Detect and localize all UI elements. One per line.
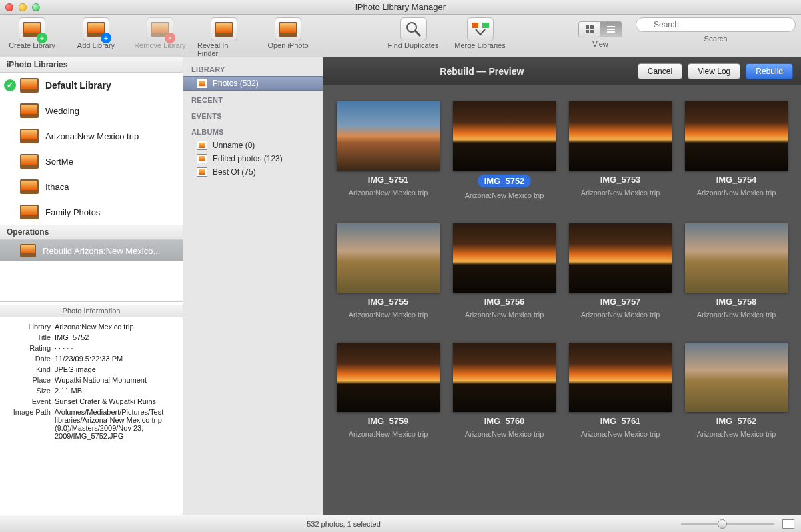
list-view-icon[interactable]	[600, 22, 622, 37]
sidebar-library-item[interactable]: Ithaca	[0, 174, 183, 199]
sidebar-library-item[interactable]: SortMe	[0, 149, 183, 174]
info-value: 11/23/09 5:22:33 PM	[55, 355, 176, 363]
svg-rect-4	[586, 25, 589, 29]
library-name: Arizona:New Mexico trip	[45, 131, 139, 141]
info-value: 2.11 MB	[55, 387, 176, 395]
photo-thumbnail[interactable]: IMG_5751Arizona:New Mexico trip	[337, 101, 440, 199]
info-value: Wupatki National Monument	[55, 376, 176, 384]
photo-image	[569, 223, 672, 293]
photo-thumbnail[interactable]: IMG_5755Arizona:New Mexico trip	[337, 223, 440, 319]
photo-subtitle: Arizona:New Mexico trip	[349, 311, 428, 319]
nav-album-item[interactable]: Best Of (75)	[183, 165, 323, 179]
info-row: LibraryArizona:New Mexico trip	[0, 321, 183, 332]
content-header: Rebuild — Preview Cancel View Log Rebuil…	[323, 57, 801, 85]
svg-rect-8	[607, 26, 615, 27]
info-row: Rating· · · · ·	[0, 343, 183, 353]
photo-thumbnail[interactable]: IMG_5753Arizona:New Mexico trip	[569, 101, 672, 199]
sidebar: iPhoto Libraries ✓Default LibraryWedding…	[0, 57, 183, 515]
create-library-button[interactable]: + Create Library	[5, 17, 59, 57]
photo-thumbnail[interactable]: IMG_5759Arizona:New Mexico trip	[337, 343, 440, 438]
svg-line-1	[415, 31, 420, 36]
photo-thumbnail[interactable]: IMG_5754Arizona:New Mexico trip	[685, 101, 788, 199]
photo-thumbnail[interactable]: IMG_5761Arizona:New Mexico trip	[569, 343, 672, 438]
photo-subtitle: Arizona:New Mexico trip	[697, 430, 776, 438]
info-row: KindJPEG image	[0, 364, 183, 375]
magnifier-icon	[400, 17, 427, 41]
toolbar: + Create Library + Add Library × Remove …	[0, 15, 801, 57]
view-log-button[interactable]: View Log	[688, 63, 740, 79]
merge-label: Merge Libraries	[454, 41, 505, 49]
grid-view-icon[interactable]	[579, 22, 600, 37]
library-name: Ithaca	[45, 182, 69, 192]
photos-icon	[197, 79, 207, 88]
info-value: JPEG image	[55, 365, 176, 373]
nav-album-item[interactable]: Edited photos (123)	[183, 152, 323, 165]
photo-subtitle: Arizona:New Mexico trip	[581, 311, 660, 319]
info-key: Image Path	[7, 408, 55, 440]
sidebar-library-item[interactable]: Wedding	[0, 98, 183, 123]
photo-image	[337, 343, 440, 412]
search-input[interactable]	[636, 17, 796, 32]
open-iphoto-button[interactable]: Open iPhoto	[261, 17, 315, 57]
photo-image	[453, 223, 556, 293]
nav-photos-item[interactable]: Photos (532)	[183, 76, 323, 91]
photo-subtitle: Arizona:New Mexico trip	[697, 189, 776, 197]
photo-image	[453, 101, 556, 171]
sidebar-library-item[interactable]: Arizona:New Mexico trip	[0, 123, 183, 149]
titlebar: iPhoto Library Manager	[0, 0, 801, 15]
rebuild-button[interactable]: Rebuild	[746, 63, 793, 79]
find-duplicates-label: Find Duplicates	[388, 41, 439, 49]
photo-image	[685, 101, 788, 171]
operation-icon	[20, 244, 36, 257]
photo-info-panel: Photo Information LibraryArizona:New Mex…	[0, 301, 183, 515]
photo-subtitle: Arizona:New Mexico trip	[349, 189, 428, 197]
operation-item[interactable]: Rebuild Arizona:New Mexico...	[0, 240, 183, 261]
photo-image	[685, 343, 788, 412]
photo-thumbnail[interactable]: IMG_5752Arizona:New Mexico trip	[453, 101, 556, 199]
photo-subtitle: Arizona:New Mexico trip	[465, 430, 544, 438]
cancel-button[interactable]: Cancel	[638, 63, 682, 79]
library-icon	[20, 205, 39, 219]
album-icon	[197, 154, 207, 163]
status-text: 532 photos, 1 selected	[7, 520, 681, 528]
photo-name: IMG_5760	[484, 416, 525, 426]
zoom-knob[interactable]	[718, 519, 727, 529]
nav-events-header: EVENTS	[183, 107, 323, 123]
photo-info-title: Photo Information	[0, 305, 183, 317]
info-row: EventSunset Crater & Wupatki Ruins	[0, 396, 183, 407]
reveal-in-finder-button[interactable]: Reveal In Finder	[197, 17, 251, 57]
album-icon	[197, 167, 207, 177]
svg-point-0	[407, 23, 416, 32]
info-key: Size	[7, 387, 55, 395]
photo-name: IMG_5761	[600, 416, 641, 426]
photo-name: IMG_5757	[600, 297, 641, 307]
photo-name: IMG_5762	[716, 416, 757, 426]
photo-thumbnail[interactable]: IMG_5756Arizona:New Mexico trip	[453, 223, 556, 319]
photo-thumbnail[interactable]: IMG_5762Arizona:New Mexico trip	[685, 343, 788, 438]
photo-thumbnail[interactable]: IMG_5760Arizona:New Mexico trip	[453, 343, 556, 438]
sidebar-library-item[interactable]: Family Photos	[0, 199, 183, 225]
photo-name: IMG_5751	[368, 175, 409, 185]
sidebar-library-item[interactable]: ✓Default Library	[0, 73, 183, 98]
photo-thumbnail[interactable]: IMG_5757Arizona:New Mexico trip	[569, 223, 672, 319]
content-area: Rebuild — Preview Cancel View Log Rebuil…	[323, 57, 801, 515]
content-title: Rebuild — Preview	[331, 66, 632, 77]
thumbnail-size-icon[interactable]	[782, 519, 794, 529]
add-library-button[interactable]: + Add Library	[69, 17, 123, 57]
nav-album-item[interactable]: Unname (0)	[183, 139, 323, 152]
view-label: View	[592, 40, 608, 48]
search-label: Search	[704, 35, 728, 43]
photo-name: IMG_5752	[478, 175, 532, 187]
photo-name: IMG_5755	[368, 297, 409, 307]
library-icon	[20, 154, 39, 169]
add-library-label: Add Library	[77, 41, 115, 49]
library-icon	[20, 78, 39, 93]
library-name: Family Photos	[45, 207, 100, 217]
find-duplicates-button[interactable]: Find Duplicates	[387, 17, 440, 49]
photo-name: IMG_5753	[600, 175, 641, 185]
photo-thumbnail[interactable]: IMG_5758Arizona:New Mexico trip	[685, 223, 788, 319]
merge-libraries-button[interactable]: Merge Libraries	[454, 17, 507, 49]
open-iphoto-label: Open iPhoto	[267, 41, 308, 49]
zoom-slider[interactable]	[681, 523, 774, 525]
view-mode-segmented[interactable]	[578, 21, 622, 37]
